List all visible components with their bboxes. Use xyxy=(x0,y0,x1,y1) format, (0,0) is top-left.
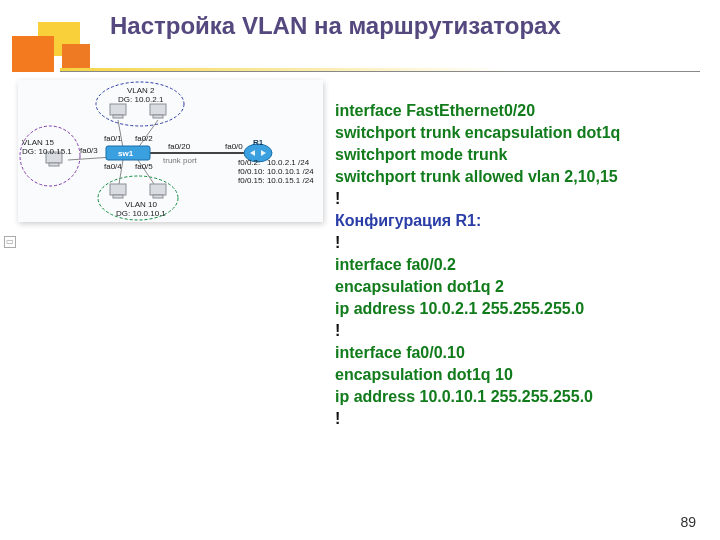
svg-rect-16 xyxy=(49,163,59,166)
svg-rect-12 xyxy=(113,115,123,118)
vlan2-label: VLAN 2 DG: 10.0.2.1 xyxy=(118,86,163,104)
outline-marker-icon: ▭ xyxy=(4,236,16,248)
code-line: interface fa0/0.10 xyxy=(335,342,690,364)
port-label: fa0/1 xyxy=(104,134,122,143)
svg-rect-18 xyxy=(113,195,123,198)
code-line: switchport trunk allowed vlan 2,10,15 xyxy=(335,166,690,188)
svg-rect-17 xyxy=(110,184,126,195)
logo-block xyxy=(12,36,54,72)
vlan10-label: VLAN 10 DG: 10.0.10.1 xyxy=(116,200,166,218)
router-label: R1 xyxy=(253,138,263,147)
vlan15-label: VLAN 15 DG: 10.0.15.1 xyxy=(22,138,72,156)
slide: Настройка VLAN на маршрутизаторах xyxy=(0,0,720,540)
code-line: ! xyxy=(335,188,690,210)
divider xyxy=(60,71,700,72)
code-line: ip address 10.0.2.1 255.255.255.0 xyxy=(335,298,690,320)
code-line: Конфигурация R1: xyxy=(335,210,690,232)
code-line: encapsulation dot1q 10 xyxy=(335,364,690,386)
switch-label: sw1 xyxy=(118,149,133,158)
port-label: fa0/2 xyxy=(135,134,153,143)
code-line: ! xyxy=(335,320,690,342)
port-label: fa0/20 xyxy=(168,142,190,151)
network-diagram: VLAN 2 DG: 10.0.2.1 VLAN 15 DG: 10.0.15.… xyxy=(18,80,323,222)
subif-label: f0/0.2: 10.0.2.1 /24 f0/0.10: 10.0.10.1 … xyxy=(238,158,314,185)
svg-rect-19 xyxy=(150,184,166,195)
code-line: interface FastEthernet0/20 xyxy=(335,100,690,122)
port-label: fa0/4 xyxy=(104,162,122,171)
port-label: fa0/5 xyxy=(135,162,153,171)
logo xyxy=(12,22,96,72)
svg-rect-20 xyxy=(153,195,163,198)
port-label: fa0/0 xyxy=(225,142,243,151)
port-label: fa0/3 xyxy=(80,146,98,155)
code-line: switchport trunk encapsulation dot1q xyxy=(335,122,690,144)
svg-rect-11 xyxy=(110,104,126,115)
code-line: ip address 10.0.10.1 255.255.255.0 xyxy=(335,386,690,408)
page-number: 89 xyxy=(680,514,696,530)
code-line: encapsulation dot1q 2 xyxy=(335,276,690,298)
slide-title: Настройка VLAN на маршрутизаторах xyxy=(110,12,670,40)
code-line: interface fa0/0.2 xyxy=(335,254,690,276)
logo-block xyxy=(62,44,90,68)
code-line: switchport mode trunk xyxy=(335,144,690,166)
svg-rect-14 xyxy=(153,115,163,118)
code-line: ! xyxy=(335,408,690,430)
config-block: interface FastEthernet0/20 switchport tr… xyxy=(335,100,690,430)
trunk-label: trunk port xyxy=(163,156,197,165)
code-line: ! xyxy=(335,232,690,254)
svg-rect-13 xyxy=(150,104,166,115)
